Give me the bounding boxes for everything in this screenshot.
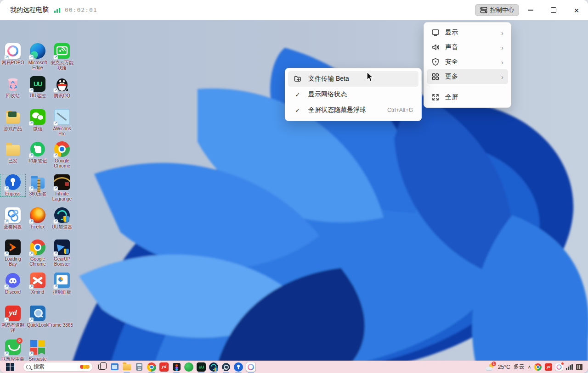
desktop-icon-control-panel[interactable]: 控制面板 bbox=[50, 273, 74, 295]
desktop-icon-sent-folder[interactable]: 已发 bbox=[0, 141, 25, 163]
shortcut-arrow-icon bbox=[29, 219, 34, 224]
folder-icon bbox=[6, 145, 20, 156]
desktop-icon-game-folder[interactable]: 游戏产品 bbox=[0, 109, 25, 131]
shortcut-arrow-icon bbox=[29, 121, 34, 126]
desktop-icon-360zip[interactable]: 360压缩 bbox=[25, 174, 50, 196]
desktop-icon-awicons[interactable]: AWicons Pro bbox=[50, 109, 74, 136]
desktop-icon-loading-bay[interactable]: Loading Bay bbox=[0, 239, 25, 267]
weather-temperature[interactable]: 25°C bbox=[498, 364, 510, 370]
taskbar-search[interactable]: 搜索 bbox=[23, 362, 93, 372]
desktop-icon-discord[interactable]: Discord bbox=[0, 273, 25, 295]
tray-app-icon[interactable] bbox=[576, 364, 582, 370]
taskbar-steam[interactable] bbox=[221, 362, 231, 372]
desktop-icon-quicklook[interactable]: QuickLook bbox=[25, 306, 50, 328]
session-timer: 00:02:01 bbox=[65, 6, 97, 13]
submenu-item-file-transfer[interactable]: 文件传输 Beta bbox=[288, 71, 418, 87]
tray-chrome[interactable] bbox=[534, 363, 542, 371]
start-button[interactable] bbox=[6, 362, 15, 372]
chrome-icon bbox=[534, 363, 542, 371]
menu-item-sound[interactable]: 声音 › bbox=[427, 40, 508, 55]
youdao-icon: yd bbox=[545, 363, 552, 371]
task-view-icon bbox=[98, 364, 106, 370]
shortcut-arrow-icon bbox=[4, 186, 9, 191]
desktop-icon-uu-booster[interactable]: UU加速器 bbox=[50, 207, 74, 229]
chrome-icon bbox=[147, 362, 156, 371]
shortcut-arrow-icon bbox=[53, 153, 58, 158]
shortcut-arrow-icon bbox=[4, 284, 9, 289]
shortcut-arrow-icon bbox=[53, 88, 58, 93]
menu-item-security[interactable]: 安全 › bbox=[427, 55, 508, 69]
desktop-icon-uu-remote[interactable]: UUUU远控 bbox=[25, 76, 50, 98]
weather-badge: 1 bbox=[492, 362, 496, 366]
taskbar-enpass[interactable] bbox=[234, 362, 243, 372]
shortcut-arrow-icon bbox=[29, 88, 34, 93]
shortcut-arrow-icon bbox=[4, 219, 9, 224]
task-view-button[interactable] bbox=[97, 362, 107, 372]
shortcut-arrow-icon bbox=[4, 317, 9, 322]
taskbar-youdao[interactable]: yd bbox=[159, 362, 169, 372]
menu-item-display[interactable]: 显示 › bbox=[427, 25, 508, 40]
desktop-icon-netease-popo[interactable]: 网易POPO bbox=[0, 43, 25, 65]
tray-overflow-chevron[interactable]: ∧ bbox=[528, 364, 531, 369]
tray-popo[interactable] bbox=[555, 363, 563, 371]
desktop-icon-youdao[interactable]: yd网易有道翻译 bbox=[0, 306, 25, 333]
desktop-icon-snipaste[interactable]: Snipaste bbox=[25, 340, 50, 362]
taskbar-figma[interactable] bbox=[172, 362, 181, 372]
shortcut-arrow-icon bbox=[4, 251, 9, 256]
chevron-right-icon: › bbox=[501, 29, 503, 37]
weather-widget[interactable]: 1 bbox=[486, 363, 495, 371]
uu-booster-icon bbox=[209, 362, 218, 371]
calculator-icon bbox=[136, 363, 142, 371]
window-title: 我的远程电脑 bbox=[10, 6, 49, 14]
desktop-icon-qq[interactable]: 腾讯QQ bbox=[50, 76, 74, 98]
desktop-icon-edge[interactable]: Microsoft Edge bbox=[25, 43, 50, 70]
menu-item-fullscreen[interactable]: 全屏 bbox=[427, 90, 508, 105]
photos-icon bbox=[111, 363, 119, 370]
blank-icon bbox=[53, 306, 68, 321]
desktop-icon-xmind[interactable]: Xmind bbox=[25, 273, 50, 295]
desktop-icon-gearup[interactable]: GearUP Booster bbox=[50, 239, 74, 267]
taskbar-popo[interactable] bbox=[246, 362, 255, 372]
notification-dot bbox=[561, 362, 564, 365]
signal-strength-icon bbox=[54, 7, 60, 13]
taskbar-photos[interactable] bbox=[110, 362, 119, 372]
desktop-icon-lanzou[interactable]: 蓝奏网盘 bbox=[0, 207, 25, 229]
desktop-icon-chrome-2[interactable]: Google Chrome bbox=[25, 239, 50, 267]
close-button[interactable] bbox=[565, 0, 588, 20]
taskbar-chrome[interactable] bbox=[147, 362, 156, 372]
enpass-lock-icon bbox=[234, 362, 243, 371]
desktop-icon-firefox[interactable]: Firefox bbox=[25, 207, 50, 229]
desktop-icon-enpass[interactable]: Enpass bbox=[0, 174, 25, 196]
submenu-item-network-status[interactable]: ✓ 显示网络状态 bbox=[288, 87, 418, 102]
desktop-icon-evernote[interactable]: 印象笔记 bbox=[25, 141, 50, 163]
desktop-icon-recycle-bin[interactable]: 回收站 bbox=[0, 76, 25, 98]
taskbar-file-explorer[interactable] bbox=[122, 362, 131, 372]
desktop-icon-infinite-lagrange[interactable]: Infinite Lagrange bbox=[50, 174, 74, 201]
taskbar-calculator[interactable] bbox=[135, 362, 144, 372]
taskbar-uu-booster[interactable] bbox=[209, 362, 218, 372]
desktop-icon-wechat[interactable]: 微信 bbox=[25, 109, 50, 131]
maximize-button[interactable] bbox=[542, 0, 565, 20]
recycle-bin-icon bbox=[5, 76, 21, 92]
desktop-icon-frame-3365[interactable]: Frame 3365 bbox=[48, 306, 73, 328]
desktop-icon-chrome[interactable]: Google Chrome bbox=[50, 141, 74, 168]
control-center-button[interactable]: 控制中心 bbox=[475, 4, 519, 16]
file-explorer-icon bbox=[123, 364, 131, 370]
minimize-button[interactable] bbox=[519, 0, 542, 20]
remote-desktop-window: 我的远程电脑 00:02:01 控制中心 bbox=[0, 0, 588, 373]
taskbar-green-app[interactable] bbox=[184, 362, 193, 372]
chevron-right-icon: › bbox=[501, 44, 503, 51]
desktop-icon-cast-app[interactable]: 安克云万能联播 bbox=[50, 43, 74, 70]
weather-condition[interactable]: 多云 bbox=[514, 363, 525, 371]
shortcut-arrow-icon bbox=[53, 186, 58, 191]
taskbar-uu-remote[interactable]: UU bbox=[197, 362, 206, 372]
display-icon bbox=[431, 28, 440, 37]
shortcut-arrow-icon bbox=[53, 251, 58, 256]
network-signal-icon[interactable] bbox=[566, 364, 573, 370]
tray-youdao[interactable]: yd bbox=[545, 363, 552, 371]
menu-item-more[interactable]: 更多 › bbox=[427, 69, 508, 84]
shortcut-arrow-icon bbox=[53, 55, 58, 60]
submenu-item-hide-floating-ball[interactable]: ✓ 全屏状态隐藏悬浮球 Ctrl+Alt+G bbox=[288, 102, 418, 118]
system-tray: 1 25°C 多云 ∧ yd bbox=[486, 363, 584, 371]
shortcut-arrow-icon bbox=[53, 284, 58, 289]
